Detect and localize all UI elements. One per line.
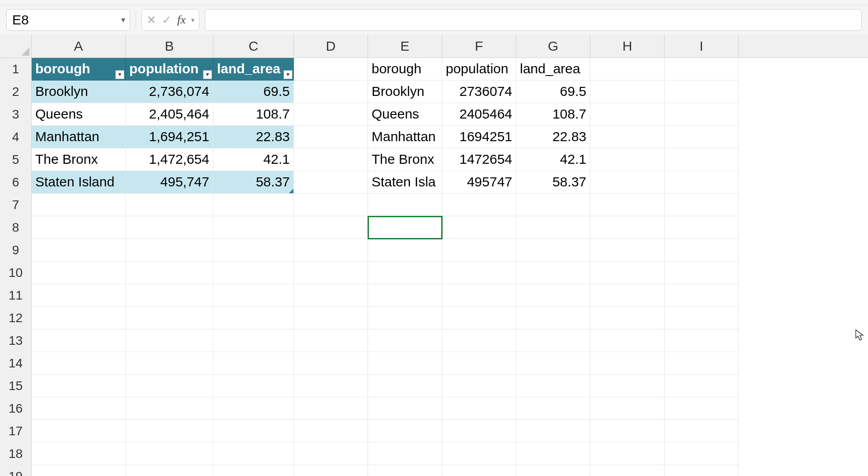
cell-H9[interactable] <box>590 239 665 262</box>
cell-H19[interactable] <box>590 465 665 476</box>
cell-A11[interactable] <box>32 284 126 307</box>
cell-E14[interactable] <box>368 352 442 375</box>
cell-F6[interactable]: 495747 <box>442 171 516 194</box>
cell-I18[interactable] <box>665 443 739 465</box>
cell-H2[interactable] <box>590 81 665 103</box>
cell-A9[interactable] <box>32 239 126 262</box>
col-header-I[interactable]: I <box>665 34 739 57</box>
cell-E1[interactable]: borough <box>368 58 442 81</box>
cell-G4[interactable]: 22.83 <box>516 126 590 148</box>
cell-H6[interactable] <box>590 171 665 194</box>
cell-G15[interactable] <box>516 375 590 397</box>
cell-E4[interactable]: Manhattan <box>368 126 442 148</box>
cell-F10[interactable] <box>442 262 516 284</box>
cell-I1[interactable] <box>665 58 739 81</box>
cell-D8[interactable] <box>294 216 368 239</box>
col-header-G[interactable]: G <box>516 34 590 57</box>
cell-C1[interactable]: land_area▾ <box>213 58 294 81</box>
cell-D4[interactable] <box>294 126 368 148</box>
cell-I4[interactable] <box>665 126 739 148</box>
cell-I6[interactable] <box>665 171 739 194</box>
cell-A8[interactable] <box>32 216 126 239</box>
row-header-1[interactable]: 1 <box>0 58 32 81</box>
cell-H8[interactable] <box>590 216 665 239</box>
cell-B14[interactable] <box>126 352 213 375</box>
cell-A15[interactable] <box>32 375 126 397</box>
cell-A5[interactable]: The Bronx <box>32 148 126 171</box>
cell-C6[interactable]: 58.37 <box>213 171 294 194</box>
cell-G12[interactable] <box>516 307 590 329</box>
cell-E7[interactable] <box>368 194 442 216</box>
cell-C8[interactable] <box>213 216 294 239</box>
cell-A7[interactable] <box>32 194 126 216</box>
cell-H4[interactable] <box>590 126 665 148</box>
formula-input[interactable] <box>211 12 856 28</box>
cell-D3[interactable] <box>294 103 368 126</box>
cell-G10[interactable] <box>516 262 590 284</box>
cell-G7[interactable] <box>516 194 590 216</box>
cell-C4[interactable]: 22.83 <box>213 126 294 148</box>
cell-I10[interactable] <box>665 262 739 284</box>
cell-D7[interactable] <box>294 194 368 216</box>
cell-C13[interactable] <box>213 329 294 352</box>
col-header-F[interactable]: F <box>442 34 516 57</box>
accept-icon[interactable]: ✓ <box>162 13 172 27</box>
cell-B9[interactable] <box>126 239 213 262</box>
cell-B5[interactable]: 1,472,654 <box>126 148 213 171</box>
cell-G2[interactable]: 69.5 <box>516 81 590 103</box>
cell-F2[interactable]: 2736074 <box>442 81 516 103</box>
cell-E10[interactable] <box>368 262 442 284</box>
cell-E9[interactable] <box>368 239 442 262</box>
cell-A2[interactable]: Brooklyn <box>32 81 126 103</box>
row-header-6[interactable]: 6 <box>0 171 32 194</box>
cell-F13[interactable] <box>442 329 516 352</box>
row-header-9[interactable]: 9 <box>0 239 32 262</box>
cell-C17[interactable] <box>213 420 294 443</box>
cell-I16[interactable] <box>665 397 739 420</box>
cell-F11[interactable] <box>442 284 516 307</box>
cell-G11[interactable] <box>516 284 590 307</box>
cell-C9[interactable] <box>213 239 294 262</box>
cell-E2[interactable]: Brooklyn <box>368 81 442 103</box>
col-header-B[interactable]: B <box>126 34 213 57</box>
cell-H12[interactable] <box>590 307 665 329</box>
cell-B2[interactable]: 2,736,074 <box>126 81 213 103</box>
cell-G13[interactable] <box>516 329 590 352</box>
cell-C18[interactable] <box>213 443 294 465</box>
cell-B6[interactable]: 495,747 <box>126 171 213 194</box>
cell-F4[interactable]: 1694251 <box>442 126 516 148</box>
cell-I13[interactable] <box>665 329 739 352</box>
cell-G5[interactable]: 42.1 <box>516 148 590 171</box>
cell-G6[interactable]: 58.37 <box>516 171 590 194</box>
row-header-19[interactable]: 19 <box>0 465 32 476</box>
cell-I12[interactable] <box>665 307 739 329</box>
cell-D2[interactable] <box>294 81 368 103</box>
cell-D5[interactable] <box>294 148 368 171</box>
cell-F3[interactable]: 2405464 <box>442 103 516 126</box>
cell-B3[interactable]: 2,405,464 <box>126 103 213 126</box>
cell-E15[interactable] <box>368 375 442 397</box>
row-header-7[interactable]: 7 <box>0 194 32 216</box>
cell-A18[interactable] <box>32 443 126 465</box>
cell-E12[interactable] <box>368 307 442 329</box>
cell-G3[interactable]: 108.7 <box>516 103 590 126</box>
cell-G9[interactable] <box>516 239 590 262</box>
cell-B12[interactable] <box>126 307 213 329</box>
cell-I5[interactable] <box>665 148 739 171</box>
cell-D19[interactable] <box>294 465 368 476</box>
cell-G1[interactable]: land_area <box>516 58 590 81</box>
cell-B7[interactable] <box>126 194 213 216</box>
cell-C11[interactable] <box>213 284 294 307</box>
cell-F7[interactable] <box>442 194 516 216</box>
cell-F12[interactable] <box>442 307 516 329</box>
cell-I14[interactable] <box>665 352 739 375</box>
cell-A12[interactable] <box>32 307 126 329</box>
cell-F8[interactable] <box>442 216 516 239</box>
cell-F5[interactable]: 1472654 <box>442 148 516 171</box>
cell-B10[interactable] <box>126 262 213 284</box>
row-header-12[interactable]: 12 <box>0 307 32 329</box>
cell-C5[interactable]: 42.1 <box>213 148 294 171</box>
cell-G16[interactable] <box>516 397 590 420</box>
cell-F18[interactable] <box>442 443 516 465</box>
cell-C7[interactable] <box>213 194 294 216</box>
